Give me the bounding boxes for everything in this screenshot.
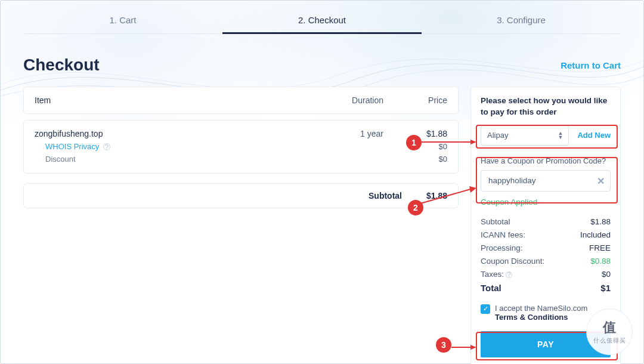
terms-checkbox[interactable]: ✓ — [481, 304, 490, 314]
cart-header-row: Item Duration Price — [23, 87, 459, 114]
discount-label: Discount — [35, 155, 306, 164]
terms-text: I accept the NameSilo.com Terms & Condit… — [495, 304, 611, 322]
col-header-duration: Duration — [306, 95, 383, 105]
step-checkout[interactable]: 2. Checkout — [222, 7, 422, 33]
summary-icann-value: Included — [580, 230, 611, 239]
step-configure[interactable]: 3. Configure — [422, 7, 621, 33]
coupon-applied-message: Coupon Applied — [481, 198, 611, 206]
summary-coupon-value: $0.88 — [590, 257, 611, 266]
subtotal-label: Subtotal — [369, 191, 402, 200]
cart-item-duration: 1 year — [306, 129, 383, 138]
help-icon[interactable]: ? — [103, 143, 110, 150]
cart-item-price: $1.88 — [383, 129, 447, 138]
summary-total-value: $1 — [600, 283, 611, 293]
coupon-input[interactable] — [481, 170, 611, 192]
col-header-price: Price — [383, 95, 447, 105]
coupon-label: Have a Coupon or Promotion Code? — [481, 156, 611, 165]
subtotal-panel: Subtotal $1.88 — [23, 183, 459, 208]
col-header-item: Item — [35, 95, 306, 105]
summary-taxes-value: $0 — [602, 270, 611, 279]
summary-icann-label: ICANN fees: — [481, 230, 525, 239]
summary-taxes-label: Taxes: — [481, 270, 504, 279]
clear-coupon-icon[interactable]: ✕ — [597, 175, 605, 186]
help-icon[interactable]: ? — [506, 272, 512, 278]
terms-link[interactable]: Terms & Conditions — [495, 313, 568, 322]
whois-price: $0 — [306, 142, 447, 151]
pay-button[interactable]: PAY — [481, 331, 611, 357]
add-new-payment-link[interactable]: Add New — [577, 131, 611, 140]
whois-privacy-link[interactable]: WHOIS Privacy — [45, 142, 99, 151]
summary-subtotal-label: Subtotal — [481, 217, 510, 226]
summary-processing-value: FREE — [589, 243, 611, 252]
cart-item-row: zongbifusheng.top 1 year $1.88 WHOIS Pri… — [23, 120, 459, 174]
payment-title: Please select how you would like to pay … — [481, 95, 611, 118]
page-title: Checkout — [23, 55, 100, 75]
checkout-steps: 1. Cart 2. Checkout 3. Configure — [23, 7, 621, 34]
payment-panel: Please select how you would like to pay … — [470, 87, 621, 364]
summary-processing-label: Processing: — [481, 243, 523, 252]
return-to-cart-link[interactable]: Return to Cart — [561, 60, 621, 70]
summary-subtotal-value: $1.88 — [590, 217, 611, 226]
discount-price: $0 — [306, 155, 447, 164]
subtotal-value: $1.88 — [417, 191, 447, 200]
cart-item-name: zongbifusheng.top — [35, 129, 306, 138]
step-cart[interactable]: 1. Cart — [23, 7, 222, 33]
summary-coupon-label: Coupon Discount: — [481, 257, 544, 266]
summary-total-label: Total — [481, 283, 501, 293]
payment-method-select[interactable]: Alipay — [481, 125, 569, 146]
